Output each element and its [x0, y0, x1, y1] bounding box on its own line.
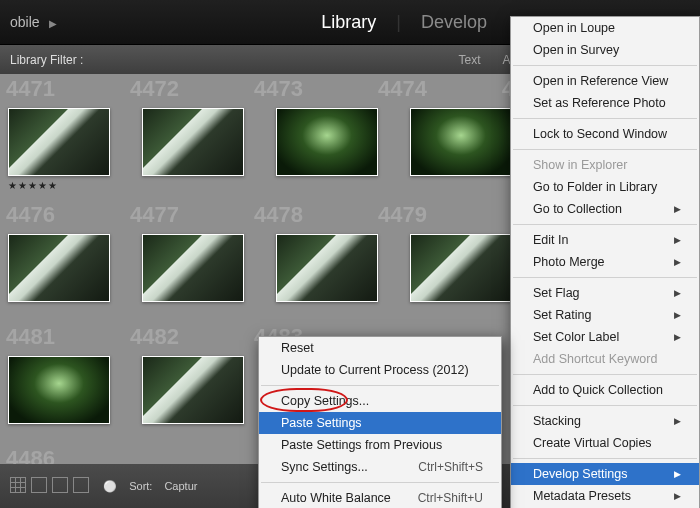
menu-lock-to-second-window[interactable]: Lock to Second Window: [511, 123, 699, 145]
menu-set-flag[interactable]: Set Flag▶: [511, 282, 699, 304]
filter-label: Library Filter :: [10, 53, 449, 67]
menu-paste-settings[interactable]: Paste Settings: [259, 412, 501, 434]
thumb-cell[interactable]: [134, 228, 268, 332]
submenu-arrow-icon: ▶: [674, 416, 681, 426]
module-library[interactable]: Library: [321, 12, 376, 33]
menu-paste-settings-from-previous[interactable]: Paste Settings from Previous: [259, 434, 501, 456]
identity-text: obile: [10, 14, 40, 30]
thumbnail[interactable]: [276, 234, 378, 302]
thumb-cell[interactable]: [268, 228, 402, 332]
identity-plate[interactable]: obile ▶: [10, 14, 57, 30]
menu-add-to-quick-collection[interactable]: Add to Quick Collection: [511, 379, 699, 401]
cell-index: 4482: [124, 324, 248, 348]
menu-edit-in[interactable]: Edit In▶: [511, 229, 699, 251]
menu-copy-settings[interactable]: Copy Settings...: [259, 390, 501, 412]
thumb-cell[interactable]: [0, 350, 134, 454]
submenu-arrow-icon: ▶: [674, 332, 681, 342]
cell-index: 4471: [0, 76, 124, 100]
cell-index: 4474: [372, 76, 496, 100]
thumbnail[interactable]: [8, 234, 110, 302]
menu-add-shortcut-keyword: Add Shortcut Keyword: [511, 348, 699, 370]
thumb-cell[interactable]: [402, 102, 510, 206]
submenu-arrow-icon: ▶: [674, 204, 681, 214]
menu-stacking[interactable]: Stacking▶: [511, 410, 699, 432]
triangle-icon: ▶: [49, 18, 57, 29]
thumb-cell[interactable]: [402, 228, 510, 332]
cell-index: 4472: [124, 76, 248, 100]
menu-auto-white-balance[interactable]: Auto White BalanceCtrl+Shift+U: [259, 487, 501, 508]
thumb-cell[interactable]: [134, 102, 268, 206]
menu-show-in-explorer: Show in Explorer: [511, 154, 699, 176]
module-develop[interactable]: Develop: [421, 12, 487, 33]
menu-metadata-presets[interactable]: Metadata Presets▶: [511, 485, 699, 507]
submenu-arrow-icon: ▶: [674, 491, 681, 501]
menu-open-in-survey[interactable]: Open in Survey: [511, 39, 699, 61]
menu-go-to-collection[interactable]: Go to Collection▶: [511, 198, 699, 220]
thumbnail[interactable]: [142, 108, 244, 176]
compare-view-icon[interactable]: [52, 477, 68, 493]
thumb-cell[interactable]: [0, 228, 134, 332]
cell-index: 4477: [124, 202, 248, 226]
view-mode-icons[interactable]: [10, 477, 91, 495]
context-menu[interactable]: Open in LoupeOpen in SurveyOpen in Refer…: [510, 16, 700, 508]
survey-view-icon[interactable]: [73, 477, 89, 493]
menu-reset[interactable]: Reset: [259, 337, 501, 359]
submenu-arrow-icon: ▶: [674, 235, 681, 245]
menu-sync-settings[interactable]: Sync Settings...Ctrl+Shift+S: [259, 456, 501, 478]
cell-index: 4478: [248, 202, 372, 226]
submenu-arrow-icon: ▶: [674, 469, 681, 479]
menu-photo-merge[interactable]: Photo Merge▶: [511, 251, 699, 273]
cell-index: 4481: [0, 324, 124, 348]
cell-index: 4476: [0, 202, 124, 226]
thumbnail[interactable]: [142, 234, 244, 302]
menu-set-rating[interactable]: Set Rating▶: [511, 304, 699, 326]
menu-create-virtual-copies[interactable]: Create Virtual Copies: [511, 432, 699, 454]
cell-index: 4486: [0, 446, 124, 464]
menu-set-as-reference-photo[interactable]: Set as Reference Photo: [511, 92, 699, 114]
sort-value[interactable]: Captur: [164, 480, 197, 492]
thumbnail[interactable]: [142, 356, 244, 424]
thumbnail[interactable]: [8, 356, 110, 424]
menu-develop-settings[interactable]: Develop Settings▶: [511, 463, 699, 485]
filter-text[interactable]: Text: [449, 50, 491, 70]
sort-label: Sort:: [129, 480, 152, 492]
cell-index: 4475: [496, 76, 510, 100]
grid-view-icon[interactable]: [10, 477, 26, 493]
cell-index: 4479: [372, 202, 496, 226]
rating-stars[interactable]: ★★★★★: [8, 180, 126, 191]
thumb-cell[interactable]: [268, 102, 402, 206]
develop-settings-submenu[interactable]: ResetUpdate to Current Process (2012)Cop…: [258, 336, 502, 508]
thumbnail[interactable]: [276, 108, 378, 176]
menu-set-color-label[interactable]: Set Color Label▶: [511, 326, 699, 348]
thumb-cell[interactable]: [134, 350, 268, 454]
thumb-cell[interactable]: ★★★★★: [0, 102, 134, 206]
submenu-arrow-icon: ▶: [674, 288, 681, 298]
painter-icon[interactable]: ⚪: [103, 480, 117, 493]
menu-open-in-reference-view[interactable]: Open in Reference View: [511, 70, 699, 92]
thumbnail[interactable]: [410, 108, 510, 176]
submenu-arrow-icon: ▶: [674, 257, 681, 267]
thumbnail[interactable]: [8, 108, 110, 176]
cell-index: 4473: [248, 76, 372, 100]
submenu-arrow-icon: ▶: [674, 310, 681, 320]
menu-open-in-loupe[interactable]: Open in Loupe: [511, 17, 699, 39]
loupe-view-icon[interactable]: [31, 477, 47, 493]
menu-go-to-folder-in-library[interactable]: Go to Folder in Library: [511, 176, 699, 198]
menu-update-to-current-process-2012[interactable]: Update to Current Process (2012): [259, 359, 501, 381]
thumbnail[interactable]: [410, 234, 510, 302]
